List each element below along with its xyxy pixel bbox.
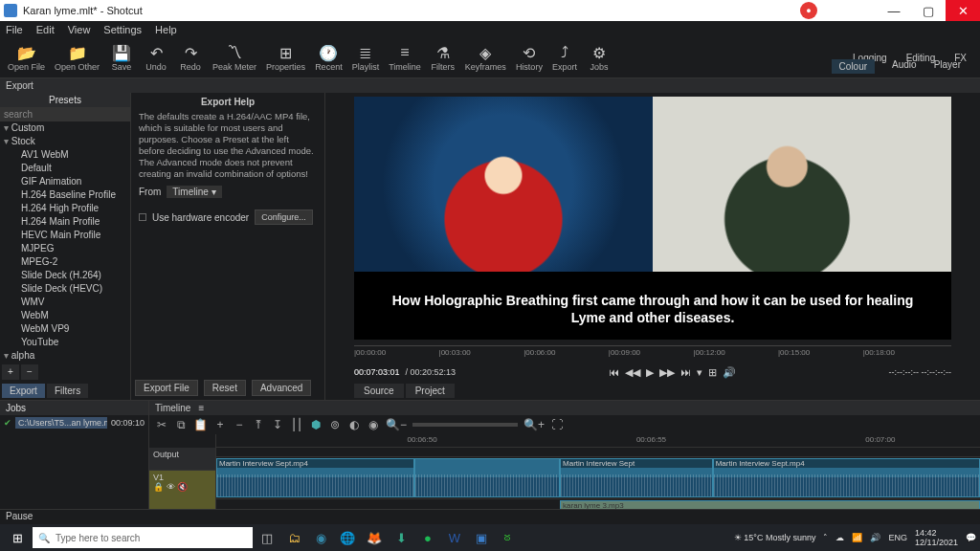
tool-peak-meter[interactable]: 〽Peak Meter [209, 42, 260, 74]
firefox-icon[interactable]: 🦊 [362, 526, 387, 549]
preset-item[interactable]: H.264 Baseline Profile [4, 188, 130, 202]
video-clip[interactable]: Martin Interview Sept.mp4 [713, 458, 980, 497]
dragon-icon[interactable]: ఠ [496, 526, 521, 549]
tray-chevron-icon[interactable]: ˄ [823, 533, 828, 542]
tl-overwrite-icon[interactable]: ↧ [271, 418, 284, 431]
tool-save[interactable]: 💾Save [105, 42, 138, 74]
tl-ripple-all-icon[interactable]: ◉ [367, 418, 380, 431]
menu-edit[interactable]: Edit [36, 24, 55, 35]
tl-zoom-out-icon[interactable]: 🔍− [386, 418, 407, 431]
weather-widget[interactable]: ☀ 15°C Mostly sunny [734, 533, 816, 542]
preset-item[interactable]: WebM VP9 [4, 322, 130, 336]
preset-item[interactable]: HEVC Main Profile [4, 229, 130, 242]
tool-open-file[interactable]: 📂Open File [4, 42, 49, 74]
preset-item[interactable]: WebM [4, 309, 130, 322]
tl-ripple-icon[interactable]: ◐ [347, 418, 361, 431]
job-row[interactable]: ✔ C:\Users\T5...an lyme.mp4 00:09:10 [0, 415, 148, 430]
tl-remove-icon[interactable]: − [233, 418, 246, 431]
configure-button[interactable]: Configure... [255, 209, 313, 225]
tool-open-other[interactable]: 📁Open Other [51, 42, 103, 74]
video-clip[interactable]: Martin Interview Sept.mp4 [216, 458, 414, 497]
tool-recent[interactable]: 🕐Recent [311, 42, 346, 74]
preset-item[interactable]: Default [4, 162, 130, 175]
tool-jobs[interactable]: ⚙Jobs [583, 42, 615, 74]
tl-scrub-icon[interactable]: ⊚ [328, 418, 342, 431]
tl-add-icon[interactable]: + [213, 418, 227, 431]
preset-item[interactable]: MPEG-2 [4, 255, 130, 269]
tool-playlist[interactable]: ≣Playlist [348, 42, 384, 74]
mic-recording-icon[interactable]: ● [800, 2, 817, 19]
tl-split-icon[interactable]: ⎮⎮ [290, 418, 303, 431]
menu-settings[interactable]: Settings [103, 24, 142, 35]
tl-copy-icon[interactable]: ⧉ [174, 418, 188, 431]
skip-end-icon[interactable]: ⏭ [680, 366, 691, 379]
prev-frame-icon[interactable]: ◀◀ [625, 366, 640, 379]
menu-file[interactable]: File [6, 24, 23, 35]
tab-audio[interactable]: Audio [892, 59, 917, 74]
task-view-icon[interactable]: ◫ [255, 526, 279, 549]
from-select[interactable]: Timeline ▾ [167, 186, 221, 198]
preset-item[interactable]: WMV [4, 296, 130, 309]
tab-colour[interactable]: Colour [832, 59, 875, 74]
timeline-menu-icon[interactable]: ≡ [198, 403, 204, 413]
chrome-icon[interactable]: 🌐 [335, 526, 360, 549]
preset-item[interactable]: YouTube [4, 336, 130, 349]
preset-item[interactable]: H.264 Main Profile [4, 215, 130, 229]
tab-source[interactable]: Source [354, 384, 404, 398]
video-track-row[interactable]: Martin Interview Sept.mp4Martin Intervie… [216, 457, 980, 499]
tray-lang[interactable]: ENG [888, 533, 907, 542]
tl-lift-icon[interactable]: ⤒ [252, 418, 265, 431]
preset-add-button[interactable]: + [2, 364, 19, 380]
tool-properties[interactable]: ⊞Properties [262, 42, 309, 74]
tool-filters[interactable]: ⚗Filters [427, 42, 459, 74]
tray-clock[interactable]: 14:4212/11/2021 [915, 528, 958, 547]
video-preview[interactable]: How Holographic Breathing first came thr… [354, 97, 951, 340]
tray-volume-icon[interactable]: 🔊 [870, 533, 880, 542]
left-tab-export[interactable]: Export [2, 384, 45, 398]
volume-icon[interactable]: 🔊 [723, 366, 736, 379]
tool-keyframes[interactable]: ◈Keyframes [461, 42, 510, 74]
preset-item[interactable]: MJPEG [4, 242, 130, 255]
preview-ruler[interactable]: |00:00:00|00:03:00|00:06:00|00:09:00|00:… [354, 345, 951, 363]
start-button[interactable]: ⊞ [4, 526, 31, 549]
close-button[interactable]: ✕ [946, 0, 980, 21]
preset-item[interactable]: AV1 WebM [4, 148, 130, 162]
video-clip[interactable] [414, 458, 560, 497]
tool-export[interactable]: ⤴Export [548, 42, 581, 74]
shotcut-task-icon[interactable]: ▣ [469, 526, 494, 549]
menu-view[interactable]: View [68, 24, 91, 35]
store-icon[interactable]: ⬇ [389, 526, 413, 549]
tool-history[interactable]: ⟲History [512, 42, 546, 74]
minimize-button[interactable]: — [877, 0, 911, 21]
preset-group[interactable]: alpha [4, 349, 130, 363]
preset-item[interactable]: GIF Animation [4, 175, 130, 188]
explorer-icon[interactable]: 🗂 [281, 526, 306, 549]
tl-cut-icon[interactable]: ✂ [155, 418, 168, 431]
presets-search[interactable]: search [0, 107, 130, 121]
tl-zoom-slider[interactable] [412, 423, 518, 427]
preset-group[interactable]: Custom [4, 121, 130, 135]
tl-zoom-fit-icon[interactable]: ⛶ [550, 418, 564, 431]
export-file-button[interactable]: Export File [135, 380, 198, 396]
menu-help[interactable]: Help [155, 24, 177, 35]
grid-icon[interactable]: ⊞ [708, 366, 717, 379]
tl-snap-icon[interactable]: ⬢ [309, 418, 323, 431]
play-icon[interactable]: ▶ [646, 366, 654, 379]
maximize-button[interactable]: ▢ [911, 0, 946, 21]
timeline-ruler[interactable]: 00:06:5000:06:5500:07:00 [216, 434, 980, 448]
next-frame-icon[interactable]: ▶▶ [659, 366, 675, 379]
zoom-select[interactable]: ▾ [697, 366, 702, 379]
tl-zoom-in-icon[interactable]: 🔍+ [523, 418, 545, 431]
tool-redo[interactable]: ↷Redo [174, 42, 207, 74]
hw-encoder-checkbox[interactable] [139, 213, 146, 221]
preset-item[interactable]: Slide Deck (HEVC) [4, 282, 130, 296]
track-output[interactable]: Output [149, 448, 215, 471]
advanced-button[interactable]: Advanced [252, 380, 311, 396]
word-icon[interactable]: W [442, 526, 467, 549]
preset-remove-button[interactable]: − [21, 364, 38, 380]
preset-group[interactable]: Stock [4, 135, 130, 148]
skip-start-icon[interactable]: ⏮ [609, 366, 619, 379]
tab-project[interactable]: Project [406, 384, 455, 398]
tool-timeline[interactable]: ≡Timeline [385, 42, 425, 74]
reset-button[interactable]: Reset [204, 380, 246, 396]
